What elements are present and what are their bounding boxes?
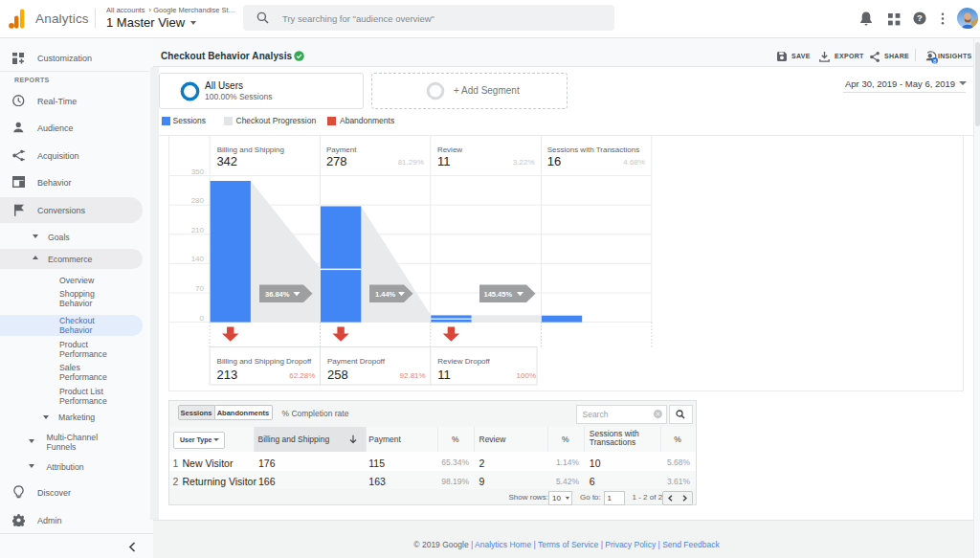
svg-text:258: 258 xyxy=(327,368,348,382)
svg-text:Billing and Shipping: Billing and Shipping xyxy=(217,145,284,154)
svg-text:Payment: Payment xyxy=(326,145,357,154)
svg-text:350: 350 xyxy=(191,167,205,176)
svg-text:3.22%: 3.22% xyxy=(513,158,535,167)
svg-text:62.28%: 62.28% xyxy=(289,371,315,380)
svg-text:Billing and Shipping Dropoff: Billing and Shipping Dropoff xyxy=(217,357,312,366)
svg-text:140: 140 xyxy=(191,255,205,263)
svg-text:92.81%: 92.81% xyxy=(400,371,426,380)
svg-text:210: 210 xyxy=(191,226,205,234)
svg-text:342: 342 xyxy=(216,154,237,168)
svg-text:278: 278 xyxy=(326,154,347,168)
svg-text:11: 11 xyxy=(437,154,451,168)
svg-text:0: 0 xyxy=(200,314,205,323)
svg-text:Review Dropoff: Review Dropoff xyxy=(437,357,490,366)
svg-text:280: 280 xyxy=(191,196,205,205)
svg-text:36.84%: 36.84% xyxy=(265,290,290,299)
svg-text:70: 70 xyxy=(195,284,204,293)
svg-text:145.45%: 145.45% xyxy=(484,290,513,299)
svg-text:16: 16 xyxy=(547,154,561,168)
svg-text:Payment Dropoff: Payment Dropoff xyxy=(327,357,386,366)
svg-text:?: ? xyxy=(917,12,923,23)
svg-text:1.44%: 1.44% xyxy=(375,290,396,299)
svg-text:11: 11 xyxy=(437,368,451,382)
svg-text:213: 213 xyxy=(217,368,238,382)
svg-text:4.68%: 4.68% xyxy=(623,158,645,167)
svg-text:100%: 100% xyxy=(517,371,536,380)
svg-text:Review: Review xyxy=(437,145,462,154)
svg-text:81.29%: 81.29% xyxy=(398,158,424,167)
svg-text:Sessions with Transactions: Sessions with Transactions xyxy=(547,145,640,154)
